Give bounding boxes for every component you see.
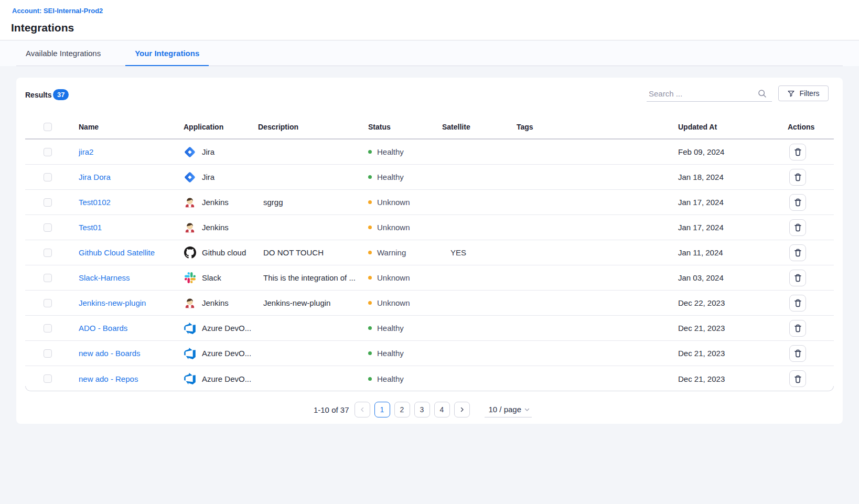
updated-at-value: Feb 09, 2024 — [678, 147, 724, 156]
jenkins-icon — [184, 221, 196, 234]
integration-name-link[interactable]: Github Cloud Satellite — [79, 248, 155, 257]
jira-icon — [184, 171, 196, 184]
application-label: Slack — [202, 273, 221, 282]
column-header-satellite: Satellite — [442, 123, 517, 131]
application-label: Jenkins — [202, 298, 229, 307]
pagination-range-label: 1-10 of 37 — [314, 405, 349, 414]
pagination-page-1[interactable]: 1 — [374, 402, 390, 417]
pagination-page-4[interactable]: 4 — [434, 402, 450, 417]
row-checkbox[interactable] — [44, 148, 52, 156]
integrations-table: Name Application Description Status Sate… — [25, 115, 834, 391]
row-checkbox[interactable] — [44, 349, 52, 358]
account-breadcrumb-link[interactable]: Account: SEI-Internal-Prod2 — [12, 7, 103, 15]
row-checkbox[interactable] — [44, 274, 52, 282]
pagination: 1-10 of 37 1234 10 / page — [16, 402, 843, 417]
trash-icon — [793, 323, 803, 333]
pagination-page-3[interactable]: 3 — [414, 402, 430, 417]
status-dot — [368, 175, 372, 179]
pagination-page-2[interactable]: 2 — [394, 402, 410, 417]
column-header-status: Status — [368, 123, 442, 131]
delete-integration-button[interactable] — [789, 244, 806, 261]
pagination-next-button[interactable] — [454, 402, 470, 417]
jira-icon — [184, 146, 196, 158]
filter-funnel-icon — [787, 90, 795, 98]
column-header-application: Application — [184, 123, 258, 131]
row-checkbox[interactable] — [44, 249, 52, 257]
status-label: Unknown — [377, 198, 410, 207]
page-size-select[interactable]: 10 / page — [485, 402, 532, 417]
integration-name-link[interactable]: ADO - Boards — [79, 324, 127, 333]
satellite-value: YES — [450, 248, 466, 257]
delete-integration-button[interactable] — [789, 169, 806, 186]
integration-name-link[interactable]: Slack-Harness — [79, 273, 130, 282]
slack-icon — [184, 272, 196, 284]
status-label: Healthy — [377, 147, 404, 156]
trash-icon — [793, 348, 803, 358]
description-text: This is the integration of ... — [263, 273, 356, 282]
updated-at-value: Dec 21, 2023 — [678, 374, 725, 383]
application-label: Azure DevO... — [202, 324, 251, 333]
table-row: jira2 Jira Healthy Feb 09, 2024 — [25, 140, 834, 165]
status-label: Healthy — [377, 374, 404, 383]
delete-integration-button[interactable] — [789, 144, 806, 160]
row-checkbox[interactable] — [44, 299, 52, 307]
row-checkbox[interactable] — [44, 223, 52, 232]
description-text: Jenkins-new-plugin — [263, 298, 330, 307]
tab-available-integrations[interactable]: Available Integrations — [16, 41, 110, 66]
status-dot — [368, 377, 372, 381]
row-checkbox[interactable] — [44, 198, 52, 207]
azure-icon — [184, 322, 196, 335]
delete-integration-button[interactable] — [789, 370, 806, 387]
column-header-tags: Tags — [517, 123, 678, 131]
trash-icon — [793, 172, 803, 182]
updated-at-value: Jan 17, 2024 — [678, 223, 724, 232]
column-header-description: Description — [258, 123, 368, 131]
row-checkbox[interactable] — [44, 324, 52, 333]
column-header-name: Name — [79, 123, 184, 131]
integration-name-link[interactable]: jira2 — [79, 147, 93, 156]
table-row: new ado - Repos Azure DevO... Healthy De… — [25, 366, 834, 391]
pagination-prev-button[interactable] — [355, 402, 370, 417]
description-text: DO NOT TOUCH — [263, 248, 324, 257]
filters-button[interactable]: Filters — [778, 85, 829, 101]
row-checkbox[interactable] — [44, 173, 52, 181]
integration-name-link[interactable]: Test0102 — [79, 198, 111, 207]
delete-integration-button[interactable] — [789, 320, 806, 337]
status-dot — [368, 200, 372, 204]
integration-name-link[interactable]: Jenkins-new-plugin — [79, 298, 146, 307]
integrations-card: Results 37 Filters Name Application Desc… — [16, 78, 843, 424]
delete-integration-button[interactable] — [789, 194, 806, 211]
status-dot — [368, 251, 372, 254]
status-label: Warning — [377, 248, 406, 257]
status-dot — [368, 226, 372, 229]
application-label: Azure DevO... — [202, 374, 251, 383]
application-label: Azure DevO... — [202, 349, 251, 358]
github-icon — [184, 246, 196, 259]
table-row: Slack-Harness Slack This is the integrat… — [25, 265, 834, 291]
delete-integration-button[interactable] — [789, 219, 806, 236]
application-label: Github cloud — [202, 248, 246, 257]
updated-at-value: Dec 22, 2023 — [678, 298, 725, 307]
column-header-updated: Updated At — [678, 123, 788, 131]
updated-at-value: Jan 11, 2024 — [678, 248, 723, 257]
tab-bar: Available Integrations Your Integrations — [0, 41, 859, 66]
status-label: Unknown — [377, 273, 410, 282]
tab-your-integrations[interactable]: Your Integrations — [125, 41, 209, 66]
search-input[interactable] — [647, 85, 751, 101]
delete-integration-button[interactable] — [789, 270, 806, 286]
delete-integration-button[interactable] — [789, 295, 806, 312]
trash-icon — [793, 273, 803, 283]
select-all-checkbox[interactable] — [44, 123, 52, 131]
trash-icon — [793, 374, 803, 384]
integration-name-link[interactable]: new ado - Repos — [79, 374, 138, 383]
jenkins-icon — [184, 297, 196, 309]
integration-name-link[interactable]: new ado - Boards — [79, 349, 141, 358]
row-checkbox[interactable] — [44, 374, 52, 383]
delete-integration-button[interactable] — [789, 345, 806, 362]
integration-name-link[interactable]: Test01 — [79, 223, 102, 232]
integration-name-link[interactable]: Jira Dora — [79, 173, 111, 181]
status-dot — [368, 150, 372, 154]
chevron-down-icon — [524, 407, 530, 412]
azure-icon — [184, 347, 196, 360]
toolbar: Results 37 Filters — [16, 78, 843, 115]
